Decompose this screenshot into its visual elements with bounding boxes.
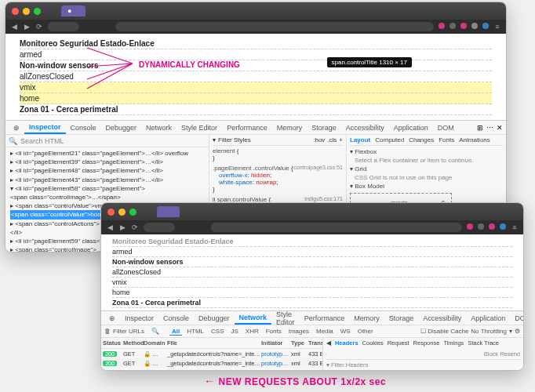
reload-icon[interactable]: ⟳: [35, 23, 43, 31]
search-field[interactable]: [211, 223, 462, 232]
tab-debugger[interactable]: Debugger: [101, 122, 142, 133]
dom-node[interactable]: ▸ <li id="pageElement39" class="pageElem…: [10, 158, 204, 166]
tab-headers[interactable]: Headers: [335, 339, 358, 347]
browser-tab[interactable]: ●: [61, 5, 86, 16]
tab-accessibility[interactable]: Accessibility: [418, 313, 466, 324]
tab-accessibility[interactable]: Accessibility: [341, 122, 389, 133]
css-source[interactable]: controlpage3.css:51: [293, 165, 343, 170]
tab-inspector[interactable]: Inspector: [24, 122, 66, 134]
css-prop[interactable]: white-space: [219, 179, 253, 186]
col-method[interactable]: Method: [123, 339, 144, 347]
tab-dom[interactable]: DOM: [510, 313, 524, 324]
more-icon[interactable]: ⋯: [486, 124, 493, 132]
tab-computed[interactable]: Computed: [375, 136, 404, 143]
search-field[interactable]: [115, 22, 434, 31]
inspect-picker-icon[interactable]: ⊕: [9, 122, 24, 133]
col-type[interactable]: Type: [291, 339, 308, 347]
tab-application[interactable]: Application: [466, 313, 510, 324]
tab-layout[interactable]: Layout: [350, 136, 370, 143]
tab-style-editor[interactable]: Style Editor: [177, 122, 222, 133]
cls-button[interactable]: .cls: [327, 136, 337, 143]
ext-icon[interactable]: [500, 223, 506, 230]
dom-node[interactable]: ▾ <li id="pageElement58" class="pageElem…: [10, 184, 204, 193]
filter-html[interactable]: HTML: [184, 328, 206, 335]
cell-initiator[interactable]: prototyp…: [261, 369, 291, 372]
filter-other[interactable]: Other: [355, 328, 376, 335]
throttling-select[interactable]: No Throttling: [471, 328, 507, 335]
ext-icon[interactable]: [449, 23, 456, 29]
network-row[interactable]: 200GET🔒 …_getupdatedcontrols?name=_inter…: [101, 349, 322, 358]
network-row[interactable]: 200GET🔒 …_getupdatedcontrols?name=_inter…: [101, 358, 322, 368]
hov-button[interactable]: :hov: [313, 136, 325, 143]
tab-performance[interactable]: Performance: [300, 313, 350, 324]
dom-node[interactable]: ▸ <li id="pageElement48" class="pageElem…: [10, 166, 204, 175]
reload-icon[interactable]: ⟳: [131, 223, 139, 231]
css-value[interactable]: nowrap: [256, 179, 276, 186]
disable-cache-checkbox[interactable]: Disable Cache: [428, 328, 468, 335]
filter-xhr[interactable]: XHR: [243, 328, 261, 335]
col-initiator[interactable]: Initiator: [261, 339, 291, 347]
back-icon[interactable]: ◀: [10, 23, 18, 31]
tab-network[interactable]: Network: [235, 312, 272, 325]
tab-cookies[interactable]: Cookies: [362, 339, 384, 347]
css-value[interactable]: hidden: [251, 172, 270, 179]
filter-css[interactable]: CSS: [209, 328, 226, 335]
ext-icon[interactable]: [478, 223, 484, 230]
filter-all[interactable]: All: [169, 328, 182, 336]
menu-icon[interactable]: ≡: [493, 23, 501, 31]
close-window-button[interactable]: [107, 209, 115, 216]
close-window-button[interactable]: [12, 8, 19, 15]
forward-icon[interactable]: ▶: [118, 223, 126, 231]
css-rule[interactable]: element {}: [213, 147, 343, 162]
tab-inspector[interactable]: Inspector: [120, 313, 158, 324]
network-row[interactable]: 200GET🔒 …_getupdatedcontrols?name=_inter…: [101, 368, 322, 371]
css-prop[interactable]: overflow-x: [219, 172, 247, 179]
filter-js[interactable]: JS: [228, 328, 240, 335]
filter-fonts[interactable]: Fonts: [264, 328, 284, 335]
tab-performance[interactable]: Performance: [222, 122, 272, 133]
tab-timings[interactable]: Timings: [443, 339, 464, 347]
tab-dom[interactable]: DOM: [433, 122, 459, 133]
url-field[interactable]: [48, 22, 79, 31]
dom-node[interactable]: <span class="controlImage">…</span>: [10, 193, 204, 201]
tab-fonts[interactable]: Fonts: [439, 136, 454, 143]
filter-icon[interactable]: ▾: [213, 136, 216, 143]
menu-icon[interactable]: ≡: [511, 223, 519, 231]
dock-icon[interactable]: ⊞: [477, 124, 483, 132]
cell-initiator[interactable]: prototyp…: [261, 360, 291, 367]
tab-network[interactable]: Network: [141, 122, 177, 133]
tab-stacktrace[interactable]: Stack Trace: [468, 339, 499, 347]
zoom-window-button[interactable]: [129, 209, 136, 216]
minimize-window-button[interactable]: [118, 209, 126, 216]
ext-icon[interactable]: [460, 23, 467, 29]
tab-storage[interactable]: Storage: [384, 313, 419, 324]
css-source[interactable]: indigo5.css:171: [304, 196, 343, 201]
tab-debugger[interactable]: Debugger: [194, 313, 235, 324]
url-field[interactable]: [144, 223, 175, 232]
col-domain[interactable]: Domain: [144, 339, 167, 347]
search-icon[interactable]: 🔍: [151, 328, 159, 335]
back-icon[interactable]: ◀: [106, 223, 114, 231]
tab-memory[interactable]: Memory: [272, 122, 308, 133]
filter-headers-input[interactable]: ▾ Filter Headers: [326, 361, 520, 368]
trash-icon[interactable]: 🗑: [104, 328, 111, 335]
tab-console[interactable]: Console: [66, 122, 101, 133]
tab-storage[interactable]: Storage: [307, 122, 341, 133]
dom-node[interactable]: ▸ <li id="pageElement21" class="pageElem…: [10, 149, 204, 158]
detail-close-icon[interactable]: ◀: [326, 339, 331, 347]
close-icon[interactable]: ✕: [497, 124, 503, 132]
gear-icon[interactable]: ⚙: [515, 328, 520, 335]
ext-icon[interactable]: [467, 223, 473, 230]
inspect-picker-icon[interactable]: ⊕: [104, 313, 120, 324]
ext-icon[interactable]: [482, 23, 489, 29]
tab-response[interactable]: Response: [413, 339, 440, 347]
col-status[interactable]: Status: [103, 339, 123, 347]
css-rule[interactable]: .pageElement .controlValue controlpage3.…: [213, 165, 343, 193]
filter-images[interactable]: Images: [286, 328, 311, 335]
tab-request[interactable]: Request: [388, 339, 409, 347]
tab-style-editor[interactable]: Style Editor: [271, 309, 300, 328]
ext-icon[interactable]: [439, 23, 445, 29]
dom-node[interactable]: ▸ <li id="pageElement43" class="pageElem…: [10, 176, 204, 184]
ext-icon[interactable]: [471, 23, 478, 29]
browser-tab[interactable]: [157, 206, 180, 217]
